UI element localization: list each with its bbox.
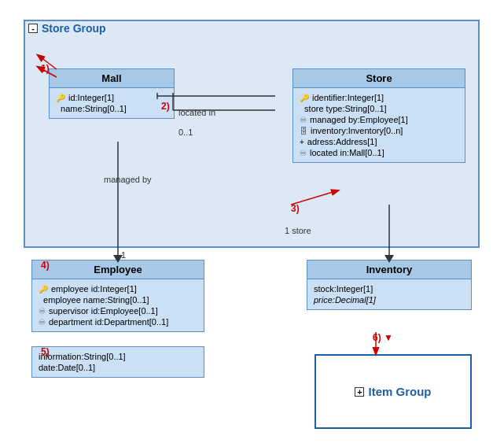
mall-class: Mall 🔑 id:Integer[1] name:String[0..1] [49,68,175,119]
mall-attr-2-text: name:String[0..1] [56,104,127,113]
emp-attr-3: ♾ supervisor id:Employee[0..1] [39,306,197,316]
inventory-class-body: stock:Integer[1] price:Decimal[1] [307,279,471,309]
inv-attr-2: price:Decimal[1] [314,295,465,305]
annotation-1: 1) [41,63,50,74]
store-attr-1-text: identifier:Integer[1] [312,93,384,102]
annotation-6: 6) ▼ [373,332,393,343]
info-attr-2: date:Date[0..1] [39,363,197,372]
emp-attr-2: employee name:String[0..1] [39,295,197,305]
emp-attr-1: 🔑 employee id:Integer[1] [39,284,197,294]
store-attr-5: + adress:Address[1] [300,137,458,146]
store-class-name: Store [366,72,392,84]
inventory-class: Inventory stock:Integer[1] price:Decimal… [307,260,472,310]
link-icon-store-1: ♾ [300,116,307,124]
link-icon-emp-1: ♾ [39,307,46,316]
store-attr-2: store type:String[0..1] [300,104,458,113]
inv-attr-1: stock:Integer[1] [314,284,465,294]
store-class-header: Store [293,69,465,88]
store-attr-1: 🔑 identifier:Integer[1] [300,93,458,102]
employee-class-body: 🔑 employee id:Integer[1] employee name:S… [32,279,204,331]
annotation-4: 4) [41,260,50,271]
emp-attr-4-text: department id:Department[0..1] [49,317,168,327]
inventory-class-header: Inventory [307,260,471,279]
store-attr-3: ♾ managed by:Employee[1] [300,115,458,124]
info-attr-1-text: information:String[0..1] [39,352,126,361]
annotation-3: 3) [291,203,300,214]
emp-attr-1-text: employee id:Integer[1] [51,284,137,294]
annotation-2: 2) [161,101,170,112]
item-group-header: + Item Group [355,385,431,398]
link-icon-store-2: ♾ [300,149,307,157]
inv-attr-2-text: price:Decimal[1] [314,295,376,305]
info-box: information:String[0..1] date:Date[0..1] [31,346,204,378]
store-attr-6: ♾ located in:Mall[0..1] [300,148,458,157]
key-icon-store: 🔑 [300,94,309,102]
emp-attr-2-text: employee name:String[0..1] [39,295,149,305]
item-group-title: Item Group [368,385,431,398]
emp-attr-3-text: supervisor id:Employee[0..1] [49,306,158,316]
store-class-body: 🔑 identifier:Integer[1] store type:Strin… [293,88,465,162]
inventory-class-name: Inventory [366,264,413,275]
store-count-label: 1 store [285,226,311,235]
mall-attr-1-text: id:Integer[1] [68,93,114,102]
inv-attr-1-text: stock:Integer[1] [314,284,373,294]
info-attr-2-text: date:Date[0..1] [39,363,95,372]
multiplicity-one-label: 1 [121,250,126,260]
storage-icon-store: 🗄 [300,127,307,135]
mall-attr-2: name:String[0..1] [56,104,167,113]
mall-class-header: Mall [50,69,174,88]
emp-attr-4: ♾ department id:Department[0..1] [39,317,197,327]
located-in-label: located in [178,108,215,117]
store-group-box: - Store Group Mall 🔑 id:Integer[1] name:… [24,20,480,248]
link-icon-emp-2: ♾ [39,318,46,327]
managed-by-label: managed by [104,175,152,184]
employee-class: Employee 🔑 employee id:Integer[1] employ… [31,260,204,332]
store-class: Store 🔑 identifier:Integer[1] store type… [292,68,465,163]
collapse-icon[interactable]: - [28,24,38,33]
employee-class-header: Employee [32,260,204,279]
store-attr-2-text: store type:String[0..1] [300,104,387,113]
key-icon-emp: 🔑 [39,285,48,294]
store-attr-4: 🗄 inventory:Inventory[0..n] [300,126,458,135]
store-attr-4-text: inventory:Inventory[0..n] [311,126,403,135]
annotation-5: 5) [41,346,50,357]
item-group-box: + Item Group [315,354,472,429]
info-attr-1: information:String[0..1] [39,352,197,361]
expand-icon[interactable]: + [355,387,364,397]
key-icon-1: 🔑 [56,94,65,102]
mall-class-body: 🔑 id:Integer[1] name:String[0..1] [50,88,174,118]
mall-attr-1: 🔑 id:Integer[1] [56,93,167,102]
diagram-container: - Store Group Mall 🔑 id:Integer[1] name:… [8,8,495,439]
store-attr-6-text: located in:Mall[0..1] [310,148,384,157]
employee-class-name: Employee [94,264,142,275]
store-group-title: Store Group [42,22,106,35]
multiplicity-01: 0..1 [178,127,193,137]
store-attr-5-text: adress:Address[1] [307,137,377,146]
mall-class-name: Mall [101,72,121,84]
store-attr-3-text: managed by:Employee[1] [310,115,408,124]
add-icon-store: + [300,138,304,146]
store-group-header: - Store Group [24,20,111,37]
